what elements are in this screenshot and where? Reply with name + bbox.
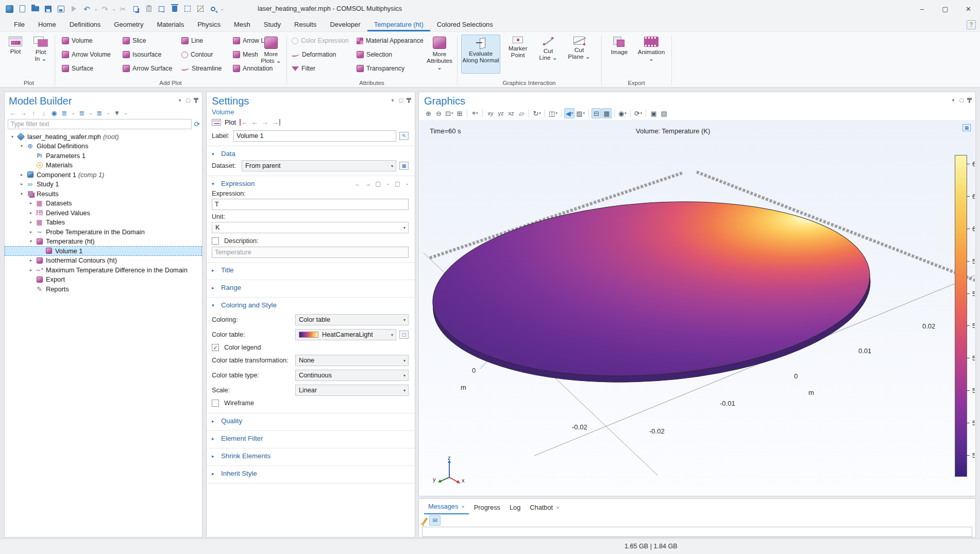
tree-item-root[interactable]: ▾laser_heating_wafer.mph(root)	[5, 132, 202, 142]
wireframe-checkbox[interactable]	[212, 400, 219, 407]
tab-log[interactable]: Log	[505, 504, 525, 514]
deformation-button[interactable]: Deformation	[292, 49, 336, 60]
tab-developer[interactable]: Developer	[323, 18, 367, 31]
find-button[interactable]	[207, 3, 219, 15]
tab-study[interactable]: Study	[257, 18, 288, 31]
collapse-tree-icon[interactable]: ≣	[78, 109, 86, 117]
export-animation-button[interactable]: Animation ⌄	[634, 34, 668, 74]
filter-button[interactable]: Filter	[292, 63, 315, 74]
show-icon[interactable]: ◉	[50, 109, 58, 117]
clear-messages-icon[interactable]	[423, 517, 428, 524]
tree-item-reports[interactable]: ✎Reports	[5, 284, 202, 294]
coloring-dropdown[interactable]: Color table▾	[295, 314, 409, 325]
section-range[interactable]: ▸Range	[207, 280, 415, 293]
expression-window2-icon[interactable]: ▢	[395, 180, 400, 187]
update-scene-icon[interactable]: ⟳▾	[633, 108, 643, 118]
dataset-dropdown[interactable]: From parent▾	[242, 160, 396, 171]
run-button[interactable]	[67, 3, 80, 15]
add-line-button[interactable]: Line	[181, 35, 203, 46]
add-volume-button[interactable]: Volume	[62, 35, 93, 46]
last-plot-icon[interactable]: →	[272, 119, 280, 126]
tab-file[interactable]: File	[7, 18, 31, 31]
pin-icon[interactable]	[408, 98, 410, 103]
transparency-icon[interactable]: ▨▾	[575, 108, 586, 118]
panel-menu-icon[interactable]: ▾	[179, 97, 181, 103]
cut-plane-button[interactable]: Cut Plane ⌄	[565, 34, 593, 74]
tree-item-component[interactable]: ▸Component 1(comp 1)	[5, 170, 202, 180]
columns-icon[interactable]: ≣	[95, 109, 104, 117]
undo-dropdown[interactable]: ⌄	[93, 7, 98, 11]
add-arrow-surface-button[interactable]: Arrow Surface	[123, 63, 172, 74]
material-appearance-button[interactable]: Material Appearance	[357, 35, 424, 46]
close-icon[interactable]: ×	[461, 504, 464, 510]
delete-button[interactable]	[168, 3, 181, 15]
view-yz-icon[interactable]: yz	[496, 108, 505, 118]
insert-expression-icon[interactable]: →	[365, 180, 371, 187]
tree-item-probe-temperature[interactable]: ▸∼Probe Temperature in the Domain	[5, 227, 202, 237]
projection-icon[interactable]: ▱	[516, 108, 526, 118]
filter-dropdown[interactable]: ⌄	[123, 111, 128, 115]
previous-plot-icon[interactable]: ←	[251, 119, 258, 126]
graphics-canvas[interactable]: Time=60 s Volume: Temperature (K) ▦ 0 m …	[419, 120, 975, 495]
unit-combobox[interactable]: K▾	[212, 222, 409, 233]
tab-progress[interactable]: Progress	[470, 504, 504, 514]
show-messages-icon[interactable]: ✉	[429, 515, 441, 526]
zoom-box-icon[interactable]: ⊡▾	[444, 108, 454, 118]
section-title[interactable]: ▸Title	[207, 263, 415, 275]
pin-icon[interactable]	[969, 98, 970, 103]
quick-access-customize[interactable]: ⌄	[219, 7, 225, 11]
plot-thumbnail-icon[interactable]: ▦	[962, 124, 971, 131]
panel-menu-icon[interactable]: ▾	[952, 97, 955, 103]
paste-button[interactable]	[142, 3, 155, 15]
zoom-extents-icon[interactable]: ⊞	[454, 108, 464, 118]
tab-physics[interactable]: Physics	[191, 18, 227, 31]
tab-temperature-ht[interactable]: Temperature (ht)	[367, 18, 430, 31]
section-data[interactable]: ▾Data	[207, 146, 415, 159]
snapshot-icon[interactable]: ▣	[649, 108, 658, 118]
zoom-in-icon[interactable]: ⊕	[424, 108, 433, 118]
tree-item-temperature-ht[interactable]: ▾Temperature (ht)	[5, 237, 202, 247]
move-down-icon[interactable]: ↓	[40, 109, 48, 117]
scene-light-icon[interactable]: ◫▾	[548, 108, 559, 118]
select-box-button[interactable]	[181, 3, 194, 15]
view-xz-icon[interactable]: xz	[506, 108, 516, 118]
add-mesh-button[interactable]: Mesh	[233, 49, 258, 60]
sound-icon[interactable]: ◀▾	[564, 108, 575, 118]
add-dataset-icon[interactable]: ▦	[399, 162, 409, 170]
add-contour-button[interactable]: Contour	[181, 49, 213, 60]
redo-button[interactable]: ↷	[98, 3, 111, 15]
tab-mesh[interactable]: Mesh	[227, 18, 257, 31]
close-icon[interactable]: ×	[556, 505, 559, 511]
label-input[interactable]	[233, 130, 396, 142]
tree-item-global-definitions[interactable]: ▾⊕Global Definitions	[5, 142, 202, 151]
print-icon[interactable]: ▤	[659, 108, 669, 118]
add-surface-button[interactable]: Surface	[62, 63, 93, 74]
section-shrink-elements[interactable]: ▸Shrink Elements	[207, 448, 415, 461]
duplicate-button[interactable]	[155, 3, 168, 15]
tree-item-study[interactable]: ▸∞Study 1	[5, 180, 202, 189]
tab-chatbot[interactable]: Chatbot×	[526, 504, 563, 514]
replace-expression-icon[interactable]: ←	[354, 180, 361, 187]
plot-in-button[interactable]: Plot In ⌄	[29, 34, 53, 74]
tree-item-derived-values[interactable]: ▸8.85 e-12Derived Values	[5, 208, 202, 218]
zoom-out-icon[interactable]: ⊖	[434, 108, 444, 118]
refresh-icon[interactable]: ⟳	[194, 120, 200, 128]
go-forward-icon[interactable]: →	[19, 109, 27, 117]
more-plots-button[interactable]: More Plots ⌄	[258, 34, 284, 74]
color-table-dropdown[interactable]: HeatCameraLight▾	[295, 329, 396, 340]
expand-dropdown[interactable]: ⌄	[71, 111, 76, 115]
add-arrow-volume-button[interactable]: Arrow Volume	[62, 49, 111, 60]
tree-filter-input[interactable]	[8, 119, 192, 129]
add-slice-button[interactable]: Slice	[123, 35, 146, 46]
first-plot-icon[interactable]: ←	[240, 119, 248, 126]
close-button[interactable]: ✕	[957, 0, 980, 18]
tree-item-materials[interactable]: Materials	[5, 161, 202, 170]
move-up-icon[interactable]: ↑	[29, 109, 38, 117]
evaluate-along-normal-button[interactable]: Evaluate Along Normal	[461, 34, 500, 74]
collapse-dropdown[interactable]: ⌄	[88, 111, 93, 115]
save-button[interactable]	[42, 3, 55, 15]
go-back-icon[interactable]: ←	[9, 109, 17, 117]
save-as-button[interactable]	[55, 3, 67, 15]
tree-item-export[interactable]: Export	[5, 275, 202, 285]
tab-messages[interactable]: Messages×	[424, 503, 469, 514]
